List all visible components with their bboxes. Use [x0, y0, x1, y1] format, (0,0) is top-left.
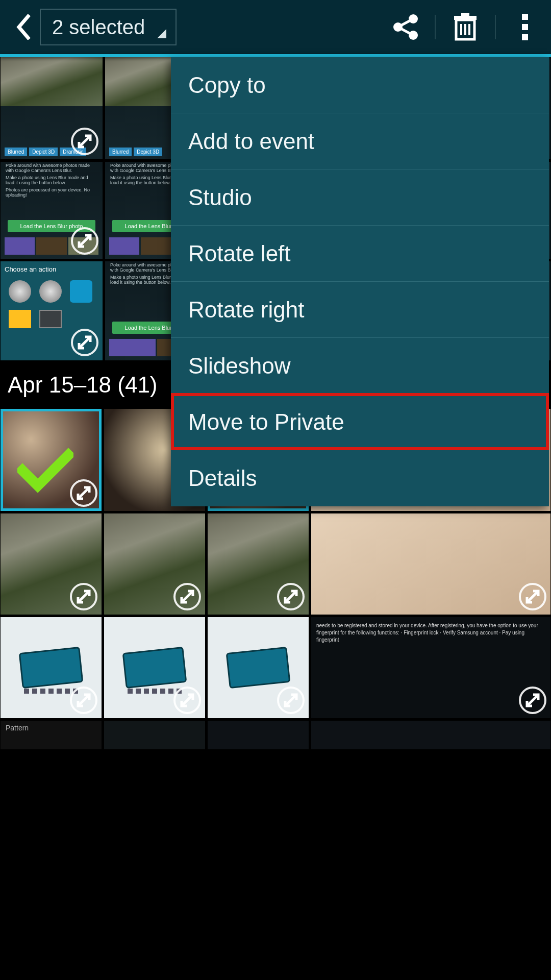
chooser-title: Choose an action — [5, 265, 98, 273]
more-vert-icon — [522, 14, 529, 40]
thumb-text: Photos are processed on your device. No … — [1, 186, 103, 199]
gallery-thumbnail[interactable]: needs to be registered and stored in you… — [311, 617, 550, 718]
gallery-thumbnail[interactable] — [311, 721, 550, 749]
menu-item-copy-to[interactable]: Copy to — [171, 57, 549, 113]
svg-line-22 — [78, 695, 89, 706]
chip-label: Depict 3D — [134, 148, 162, 156]
svg-rect-13 — [522, 34, 528, 40]
header-actions — [390, 12, 541, 42]
svg-rect-11 — [522, 14, 528, 20]
trash-icon — [452, 13, 479, 41]
expand-icon[interactable] — [173, 687, 201, 714]
svg-line-21 — [527, 591, 538, 602]
selection-dropdown[interactable]: 2 selected — [40, 9, 177, 45]
thumb-text: Pattern — [6, 724, 29, 732]
chip-label: Depict 3D — [29, 148, 58, 156]
menu-item-slideshow[interactable]: Slideshow — [171, 338, 549, 394]
gallery-thumbnail[interactable] — [208, 617, 309, 718]
gallery-thumbnail[interactable] — [1, 513, 102, 615]
svg-line-3 — [398, 19, 413, 27]
expand-icon[interactable] — [71, 128, 98, 155]
svg-line-23 — [182, 695, 193, 706]
expand-icon[interactable] — [71, 227, 98, 255]
selection-count-label: 2 selected — [52, 16, 145, 39]
menu-item-add-to-event[interactable]: Add to event — [171, 113, 549, 169]
app-header: 2 selected — [0, 0, 551, 54]
expand-icon[interactable] — [173, 583, 201, 610]
thumb-text: Make a photo using Lens Blur mode and lo… — [1, 174, 103, 186]
expand-icon[interactable] — [277, 583, 305, 610]
selected-check-icon — [17, 448, 73, 496]
chip-label: Blurred — [109, 148, 132, 156]
thumb-text: Poke around with awesome photos made wit… — [1, 162, 103, 174]
gallery-thumbnail[interactable] — [1, 617, 102, 718]
gallery-thumbnail[interactable] — [104, 721, 205, 749]
menu-item-studio[interactable]: Studio — [171, 169, 549, 226]
overflow-menu: Copy to Add to event Studio Rotate left … — [171, 57, 549, 506]
svg-line-18 — [78, 591, 89, 602]
share-icon — [391, 13, 419, 41]
svg-line-19 — [182, 591, 193, 602]
expand-icon[interactable] — [277, 687, 305, 714]
header-divider — [435, 15, 436, 39]
gallery-thumbnail[interactable] — [208, 721, 309, 749]
svg-rect-6 — [454, 16, 477, 20]
expand-icon[interactable] — [70, 479, 97, 507]
svg-rect-7 — [461, 13, 469, 16]
svg-line-25 — [527, 695, 538, 706]
gallery-thumbnail[interactable]: Pattern — [1, 721, 102, 749]
expand-icon[interactable] — [519, 687, 546, 714]
menu-item-details[interactable]: Details — [171, 450, 549, 506]
svg-rect-12 — [522, 24, 528, 30]
gallery-thumbnail[interactable] — [208, 513, 309, 615]
menu-item-rotate-right[interactable]: Rotate right — [171, 282, 549, 338]
svg-line-15 — [79, 235, 90, 247]
delete-button[interactable] — [450, 12, 481, 42]
overflow-menu-button[interactable] — [510, 12, 541, 42]
gallery-thumbnail[interactable]: Blurred Depict 3D Dramatic — [1, 57, 103, 159]
expand-icon[interactable] — [70, 687, 97, 714]
chevron-left-icon — [15, 14, 31, 40]
svg-line-20 — [285, 591, 296, 602]
gallery-thumbnail[interactable] — [311, 513, 550, 615]
gallery-thumbnail-selected[interactable] — [1, 409, 102, 511]
svg-line-14 — [79, 136, 90, 147]
expand-icon[interactable] — [71, 329, 98, 356]
menu-item-rotate-left[interactable]: Rotate left — [171, 226, 549, 282]
header-divider — [495, 15, 496, 39]
dropdown-triangle-icon — [157, 29, 166, 38]
menu-item-move-to-private[interactable]: Move to Private — [171, 394, 549, 450]
gallery-thumbnail[interactable]: Choose an action — [1, 261, 103, 360]
share-button[interactable] — [390, 12, 420, 42]
expand-icon[interactable] — [70, 583, 97, 610]
svg-line-24 — [285, 695, 296, 706]
gallery-thumbnail[interactable] — [104, 617, 205, 718]
chip-label: Blurred — [5, 148, 27, 156]
svg-line-16 — [79, 337, 90, 348]
gallery-thumbnail[interactable]: Poke around with awesome photos made wit… — [1, 162, 103, 259]
svg-line-4 — [398, 27, 413, 35]
gallery-thumbnail[interactable] — [104, 513, 205, 615]
thumb-text: needs to be registered and stored in you… — [316, 622, 545, 644]
svg-line-17 — [78, 487, 89, 499]
back-button[interactable] — [10, 12, 36, 42]
expand-icon[interactable] — [519, 583, 546, 610]
